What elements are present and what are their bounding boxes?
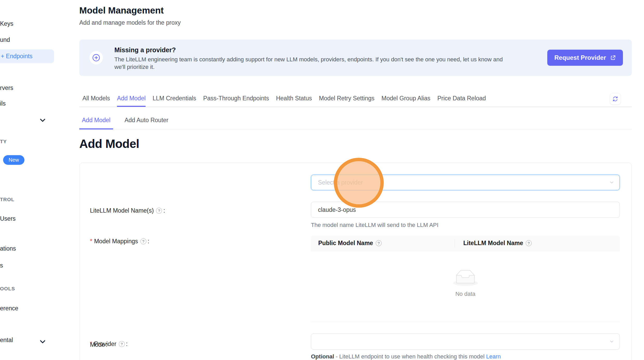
- sidebar: Keys und + Endpoints rvers ils TY New TR…: [0, 0, 68, 360]
- column-litellm-model-name: LiteLLM Model Name ?: [463, 240, 532, 247]
- sidebar-item-keys[interactable]: Keys: [0, 20, 13, 27]
- help-icon[interactable]: ?: [156, 208, 162, 214]
- model-mappings-empty-state: No data: [311, 251, 620, 322]
- sidebar-item-servers[interactable]: rvers: [0, 84, 13, 91]
- mode-select-input[interactable]: [311, 334, 620, 349]
- learn-link[interactable]: Learn: [486, 353, 501, 360]
- mode-label: Mode :: [90, 341, 107, 348]
- tab-pass-through-endpoints[interactable]: Pass-Through Endpoints: [203, 95, 269, 107]
- mode-helper: Optional - LiteLLM endpoint to use when …: [311, 353, 501, 360]
- provider-select-input[interactable]: [311, 175, 620, 190]
- chevron-down-icon[interactable]: [38, 337, 47, 346]
- request-provider-button[interactable]: Request Provider: [547, 50, 623, 66]
- model-mappings-label: * Model Mappings ? :: [90, 238, 149, 245]
- tab-health-status[interactable]: Health Status: [276, 95, 312, 107]
- sidebar-item-experimental[interactable]: ental: [0, 337, 13, 344]
- sidebar-item-endpoints[interactable]: + Endpoints: [0, 49, 54, 63]
- sidebar-item-details[interactable]: ils: [0, 100, 6, 107]
- model-tabs: All Models Add Model LLM Credentials Pas…: [82, 95, 486, 107]
- add-model-form-card: * Provider ? : LiteLLM Model Name(s) ? :…: [79, 162, 632, 360]
- model-name-helper: The model name LiteLLM will send to the …: [311, 222, 438, 228]
- sidebar-item-organizations[interactable]: ations: [0, 245, 16, 252]
- external-link-icon: [610, 55, 616, 61]
- tab-llm-credentials[interactable]: LLM Credentials: [153, 95, 196, 107]
- model-name-input[interactable]: [311, 202, 620, 218]
- page-subtitle: Add and manage models for the proxy: [79, 19, 181, 26]
- mode-select[interactable]: [311, 333, 620, 350]
- column-divider: [455, 239, 455, 247]
- sidebar-section-label: TY: [0, 139, 7, 145]
- request-provider-label: Request Provider: [554, 54, 606, 61]
- model-name-field[interactable]: [311, 202, 620, 218]
- help-icon[interactable]: ?: [119, 341, 125, 347]
- column-public-model-name: Public Model Name ?: [318, 240, 382, 247]
- plus-circle-icon: [89, 51, 103, 64]
- new-badge: New: [3, 155, 24, 165]
- chevron-down-icon: [609, 339, 614, 344]
- sidebar-item-reference[interactable]: erence: [0, 305, 18, 312]
- no-data-text: No data: [455, 291, 475, 297]
- sidebar-item-endpoints-label: + Endpoints: [0, 53, 32, 60]
- help-icon[interactable]: ?: [526, 240, 532, 246]
- empty-box-icon: [453, 270, 478, 286]
- model-name-label: LiteLLM Model Name(s) ? :: [90, 207, 165, 214]
- sidebar-section-label: TROL: [0, 197, 15, 202]
- help-icon[interactable]: ?: [376, 240, 382, 246]
- tab-model-retry-settings[interactable]: Model Retry Settings: [319, 95, 374, 107]
- model-mappings-table-header: Public Model Name ? LiteLLM Model Name ?: [311, 235, 620, 251]
- chevron-down-icon[interactable]: [38, 116, 47, 124]
- sidebar-item-teams[interactable]: s: [0, 262, 3, 269]
- sidebar-section-label: OOLS: [0, 286, 15, 292]
- add-model-subtabs: Add Model Add Auto Router: [79, 116, 171, 129]
- subtab-add-model[interactable]: Add Model: [79, 116, 113, 129]
- chevron-down-icon: [609, 180, 614, 185]
- tab-price-data-reload[interactable]: Price Data Reload: [437, 95, 486, 107]
- tab-all-models[interactable]: All Models: [82, 95, 110, 107]
- banner-text-line2: we'll prioritize it.: [114, 64, 155, 70]
- sidebar-item-playground[interactable]: und: [0, 36, 10, 43]
- help-icon[interactable]: ?: [140, 238, 146, 244]
- banner-title: Missing a provider?: [114, 46, 176, 54]
- add-model-heading: Add Model: [79, 137, 139, 151]
- required-mark: *: [90, 238, 92, 245]
- sync-icon: [612, 96, 618, 102]
- refresh-button[interactable]: [610, 93, 621, 105]
- tab-add-model[interactable]: Add Model: [117, 95, 146, 107]
- subtab-add-auto-router[interactable]: Add Auto Router: [122, 116, 171, 129]
- tab-model-group-alias[interactable]: Model Group Alias: [381, 95, 430, 107]
- missing-provider-banner: Missing a provider? The LiteLLM engineer…: [79, 40, 632, 76]
- model-mappings-table: Public Model Name ? LiteLLM Model Name ?: [311, 235, 620, 322]
- page-title: Model Management: [79, 5, 164, 16]
- provider-select[interactable]: [311, 175, 620, 190]
- sidebar-item-users[interactable]: Users: [0, 215, 16, 222]
- banner-text-line1: The LiteLLM engineering team is constant…: [114, 56, 503, 63]
- app-root: Keys und + Endpoints rvers ils TY New TR…: [0, 0, 644, 360]
